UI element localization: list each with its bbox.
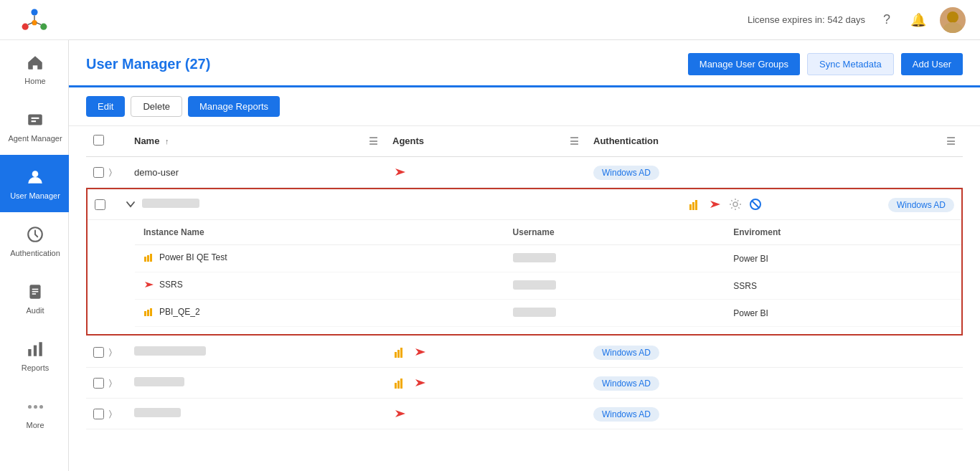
sub-table-header: Instance Name Username Enviroment — [135, 220, 961, 245]
row1-agents — [385, 157, 586, 188]
edit-button[interactable]: Edit — [86, 96, 125, 117]
ssrs-agent-icon — [392, 164, 408, 180]
svg-rect-36 — [395, 352, 397, 358]
row3-check: 〉 — [86, 337, 127, 368]
header-checkbox-cell — [86, 126, 127, 157]
sidebar-item-authentication[interactable]: Authentication — [0, 212, 69, 270]
svg-rect-41 — [397, 381, 400, 389]
table-row: 〉 demo-user — [86, 157, 963, 188]
auth-filter-icon[interactable]: ☰ — [946, 135, 956, 147]
row5-name-text — [134, 408, 181, 417]
svg-rect-30 — [147, 255, 149, 262]
svg-line-6 — [36, 22, 40, 24]
agents-filter-icon[interactable]: ☰ — [570, 135, 579, 147]
name-filter-icon[interactable]: ☰ — [369, 135, 378, 147]
table-row: 〉 — [86, 399, 963, 429]
sub-table-row: SSRS SSRS — [135, 272, 961, 300]
row5-auth-badge: Windows AD — [593, 407, 659, 422]
row4-name-text — [134, 377, 184, 386]
row5-checkbox[interactable] — [93, 409, 104, 419]
app-logo — [0, 0, 69, 40]
header-name-label: Name — [134, 135, 159, 146]
svg-rect-14 — [32, 291, 39, 292]
svg-point-2 — [40, 23, 47, 29]
authentication-icon — [25, 224, 45, 244]
table-row: 〉 — [86, 368, 963, 399]
notifications-icon[interactable]: 🔔 — [908, 10, 928, 30]
row2-expand-icon[interactable] — [123, 199, 138, 209]
row2-name-text — [142, 199, 199, 208]
help-icon[interactable]: ? — [877, 10, 897, 30]
instance-1-name: Power BI QE Test — [135, 245, 504, 272]
add-user-button[interactable]: Add User — [901, 53, 963, 75]
row3-auth-badge: Windows AD — [593, 346, 659, 360]
svg-point-20 — [943, 22, 962, 33]
row2-checkbox[interactable] — [95, 199, 105, 210]
sidebar-item-reports[interactable]: Reports — [0, 327, 69, 384]
sidebar-item-user-manager[interactable]: User Manager — [0, 155, 69, 212]
sync-metadata-button[interactable]: Sync Metadata — [807, 53, 894, 75]
header-auth-label: Authentication — [593, 135, 659, 146]
row3-auth: Windows AD — [586, 337, 963, 368]
row1-checkbox[interactable] — [93, 167, 104, 178]
header-agents: Agents ☰ — [385, 126, 586, 157]
svg-rect-23 — [692, 202, 694, 210]
manage-reports-button[interactable]: Manage Reports — [188, 96, 280, 117]
sidebar-item-more[interactable]: More — [0, 384, 69, 442]
row3-checkbox[interactable] — [93, 347, 104, 358]
table-container: Name ↑ ☰ Agents ☰ Authentication ☰ — [69, 126, 980, 429]
svg-point-0 — [31, 9, 37, 15]
row3-expand-icon[interactable]: 〉 — [104, 346, 117, 358]
page-content: User Manager (27) Manage User Groups Syn… — [69, 40, 980, 471]
svg-rect-35 — [150, 308, 152, 316]
expanded-border-wrapper: Windows AD Instance Name — [86, 188, 963, 336]
sub-col-username: Username — [504, 220, 725, 245]
row3-agents — [385, 337, 586, 368]
header-agents-label: Agents — [392, 135, 424, 146]
row5-expand-icon[interactable]: 〉 — [104, 407, 117, 420]
users-table: Name ↑ ☰ Agents ☰ Authentication ☰ — [86, 126, 963, 429]
table-row: 〉 — [86, 337, 963, 368]
header-authentication: Authentication ☰ — [586, 126, 963, 157]
row1-agent-icons — [392, 164, 579, 180]
svg-point-3 — [32, 20, 37, 25]
sidebar-item-home[interactable]: Home — [0, 40, 69, 97]
row5-auth: Windows AD — [586, 399, 963, 429]
row1-expand-icon[interactable]: 〉 — [104, 166, 117, 179]
svg-rect-8 — [32, 118, 39, 119]
sub-col-instance: Instance Name — [135, 220, 504, 245]
header-name: Name ↑ ☰ — [127, 126, 385, 157]
row3-name-text — [134, 346, 206, 356]
instance-2-name: SSRS — [135, 272, 504, 300]
delete-button[interactable]: Delete — [131, 96, 182, 117]
svg-rect-17 — [34, 346, 37, 356]
user-manager-icon — [25, 167, 45, 187]
manage-user-groups-button[interactable]: Manage User Groups — [688, 53, 800, 75]
svg-marker-25 — [710, 201, 720, 208]
svg-rect-9 — [32, 120, 37, 122]
block-agent-icon — [748, 196, 763, 212]
powerbi-agent-icon — [687, 196, 703, 212]
expanded-top: Windows AD — [88, 189, 961, 220]
row4-checkbox[interactable] — [93, 378, 104, 389]
svg-line-28 — [752, 201, 759, 208]
header-buttons: Manage User Groups Sync Metadata Add Use… — [688, 53, 963, 75]
more-icon — [25, 396, 45, 417]
select-all-checkbox[interactable] — [93, 135, 104, 146]
settings-agent-icon — [727, 196, 743, 212]
svg-rect-38 — [400, 348, 402, 358]
sub-table-wrapper: Instance Name Username Enviroment — [88, 220, 961, 334]
instance-3-username — [504, 300, 725, 327]
sidebar-item-audit[interactable]: Audit — [0, 270, 69, 327]
svg-line-5 — [27, 22, 32, 24]
sidebar-item-agent-manager[interactable]: Agent Manager — [0, 97, 69, 155]
sidebar-label-more: More — [26, 421, 44, 429]
instance-3-name: PBI_QE_2 — [135, 300, 504, 327]
row2-auth-badge: Windows AD — [888, 198, 954, 212]
row5-ssrs-icon — [392, 406, 408, 422]
row4-expand-icon[interactable]: 〉 — [104, 376, 117, 389]
user-avatar[interactable] — [940, 7, 966, 33]
svg-rect-24 — [695, 200, 697, 210]
svg-point-19 — [947, 11, 958, 23]
name-sort-icon[interactable]: ↑ — [165, 137, 169, 146]
